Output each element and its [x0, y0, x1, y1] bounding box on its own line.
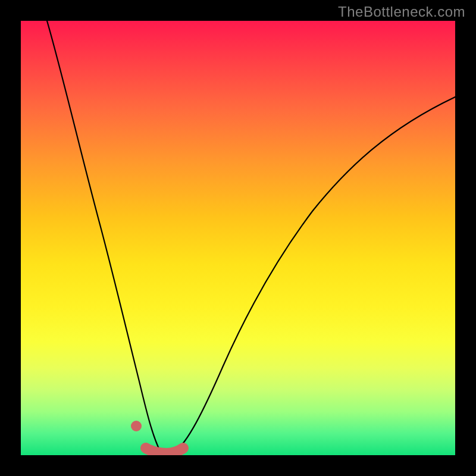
- frame-border: [455, 0, 476, 476]
- frame-border: [0, 455, 476, 476]
- frame-border: [0, 0, 476, 21]
- chart-plot-area: [21, 21, 455, 455]
- frame-border: [0, 0, 21, 476]
